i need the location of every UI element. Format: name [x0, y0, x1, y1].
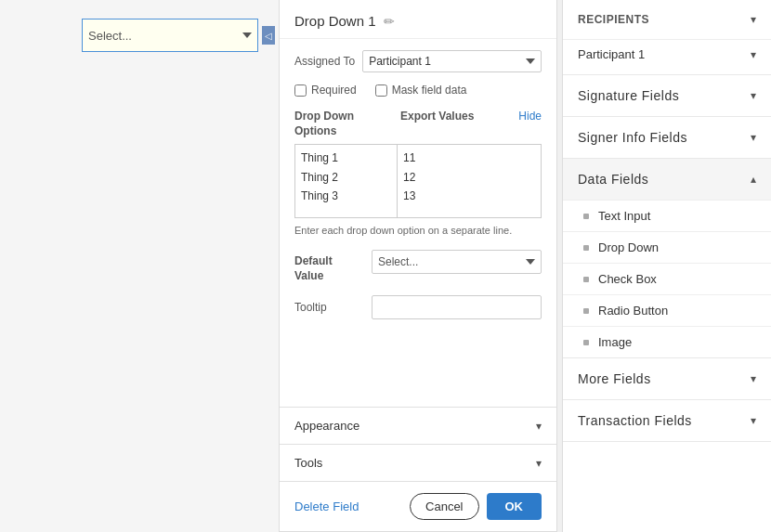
panel-title: Drop Down 1	[294, 13, 376, 29]
field-item-name-image: Image	[598, 335, 632, 349]
drop-down-options-label: Drop Down Options	[294, 110, 397, 138]
option-name-3: Thing 3	[301, 187, 391, 205]
signer-info-section: Signer Info Fields ▾	[563, 117, 771, 159]
options-names-col: Thing 1 Thing 2 Thing 3	[295, 145, 398, 217]
recipients-section: RECIPIENTS ▾ Participant 1 ▾	[563, 0, 771, 75]
assigned-to-select[interactable]: Participant 1 Participant 2	[362, 50, 542, 72]
default-value-select[interactable]: Select...	[372, 250, 542, 274]
option-value-2: 12	[403, 168, 535, 187]
field-item-name-drop-down: Drop Down	[598, 240, 659, 254]
field-item-name-check-box: Check Box	[598, 272, 657, 286]
signature-fields-header[interactable]: Signature Fields ▾	[563, 75, 771, 116]
canvas-resize-handle[interactable]	[262, 26, 275, 45]
signature-fields-section: Signature Fields ▾	[563, 75, 771, 117]
participant-name: Participant 1	[578, 47, 645, 61]
field-dot-image	[583, 340, 589, 345]
option-value-1: 11	[403, 149, 535, 167]
appearance-section[interactable]: Appearance ▾	[280, 407, 556, 444]
options-values-col: 11 12 13	[398, 145, 541, 217]
transaction-fields-header[interactable]: Transaction Fields ▾	[563, 400, 771, 441]
more-fields-chevron-icon: ▾	[751, 372, 756, 385]
field-item-name-text-input: Text Input	[598, 209, 650, 223]
required-label: Required	[311, 84, 357, 97]
mask-label: Mask field data	[392, 84, 467, 97]
signature-fields-title: Signature Fields	[578, 88, 679, 103]
mask-checkbox-item[interactable]: Mask field data	[375, 84, 467, 97]
cancel-button[interactable]: Cancel	[410, 493, 478, 520]
more-fields-title: More Fields	[578, 371, 651, 386]
canvas-dropdown-arrow-icon	[242, 32, 252, 38]
signature-fields-chevron-icon: ▾	[751, 89, 756, 102]
edit-icon[interactable]: ✏	[384, 14, 395, 29]
delete-field-link[interactable]: Delete Field	[294, 500, 359, 513]
more-fields-header[interactable]: More Fields ▾	[563, 358, 771, 399]
field-dot-radio-button	[583, 308, 589, 314]
tools-label: Tools	[294, 456, 322, 470]
data-fields-chevron-icon: ▴	[751, 173, 756, 186]
right-sidebar: RECIPIENTS ▾ Participant 1 ▾ Signature F…	[562, 0, 771, 532]
recipients-title: RECIPIENTS	[578, 13, 649, 26]
hide-link[interactable]: Hide	[518, 110, 542, 123]
required-checkbox-item[interactable]: Required	[294, 84, 357, 97]
tooltip-label: Tooltip	[294, 301, 364, 314]
transaction-fields-chevron-icon: ▾	[751, 414, 756, 427]
ok-button[interactable]: OK	[487, 493, 542, 520]
default-value-label: Default Value	[294, 250, 364, 285]
signer-info-header[interactable]: Signer Info Fields ▾	[563, 117, 771, 158]
export-header: Export Values Hide	[397, 110, 542, 123]
data-fields-title: Data Fields	[578, 172, 648, 187]
options-section: Drop Down Options Export Values Hide Thi…	[294, 110, 542, 239]
panel-header: Drop Down 1 ✏	[280, 0, 556, 39]
options-header: Drop Down Options Export Values Hide	[294, 110, 542, 138]
field-item-check-box[interactable]: Check Box	[563, 263, 771, 294]
assigned-to-row: Assigned To Participant 1 Participant 2	[294, 50, 542, 72]
field-dot-text-input	[583, 214, 589, 219]
appearance-label: Appearance	[294, 419, 359, 433]
field-item-name-radio-button: Radio Button	[598, 304, 668, 318]
tooltip-input[interactable]	[372, 295, 542, 319]
tools-chevron-icon: ▾	[536, 457, 542, 470]
panel-body: Assigned To Participant 1 Participant 2 …	[280, 39, 556, 407]
properties-panel: Drop Down 1 ✏ Assigned To Participant 1 …	[279, 0, 557, 532]
option-name-2: Thing 2	[301, 168, 391, 187]
option-value-3: 13	[403, 187, 535, 205]
signer-info-chevron-icon: ▾	[751, 131, 756, 144]
footer-buttons: Cancel OK	[410, 493, 542, 520]
recipients-chevron-icon: ▾	[751, 13, 756, 26]
export-values-label: Export Values	[400, 110, 474, 123]
signer-info-title: Signer Info Fields	[578, 130, 687, 145]
transaction-fields-section: Transaction Fields ▾	[563, 400, 771, 442]
field-dot-drop-down	[583, 245, 589, 251]
options-hint: Enter each drop down option on a separat…	[294, 224, 542, 238]
assigned-to-label: Assigned To	[294, 55, 355, 68]
tools-section[interactable]: Tools ▾	[280, 444, 556, 481]
field-dot-check-box	[583, 277, 589, 282]
canvas-dropdown-label: Select...	[88, 29, 132, 43]
participant-chevron-icon: ▾	[751, 48, 756, 61]
data-fields-header[interactable]: Data Fields ▴	[563, 159, 771, 200]
field-item-text-input[interactable]: Text Input	[563, 200, 771, 231]
field-item-image[interactable]: Image	[563, 326, 771, 357]
option-name-1: Thing 1	[301, 149, 391, 167]
participant-row[interactable]: Participant 1 ▾	[563, 39, 771, 74]
panel-footer: Delete Field Cancel OK	[280, 481, 556, 531]
transaction-fields-title: Transaction Fields	[578, 413, 692, 428]
mask-checkbox[interactable]	[375, 84, 387, 97]
default-value-row: Default Value Select...	[294, 250, 542, 285]
options-grid: Thing 1 Thing 2 Thing 3 11 12 13	[294, 144, 542, 218]
required-checkbox[interactable]	[294, 84, 307, 97]
more-fields-section: More Fields ▾	[563, 358, 771, 400]
data-fields-section: Data Fields ▴ Text Input Drop Down Check…	[563, 159, 771, 358]
data-fields-list: Text Input Drop Down Check Box Radio But…	[563, 200, 771, 357]
canvas-dropdown-field[interactable]: Select...	[82, 19, 258, 52]
checkbox-row: Required Mask field data	[294, 84, 542, 97]
field-item-radio-button[interactable]: Radio Button	[563, 294, 771, 326]
appearance-chevron-icon: ▾	[536, 420, 542, 433]
recipients-header[interactable]: RECIPIENTS ▾	[563, 0, 771, 39]
tooltip-row: Tooltip	[294, 295, 542, 319]
field-item-drop-down[interactable]: Drop Down	[563, 231, 771, 263]
